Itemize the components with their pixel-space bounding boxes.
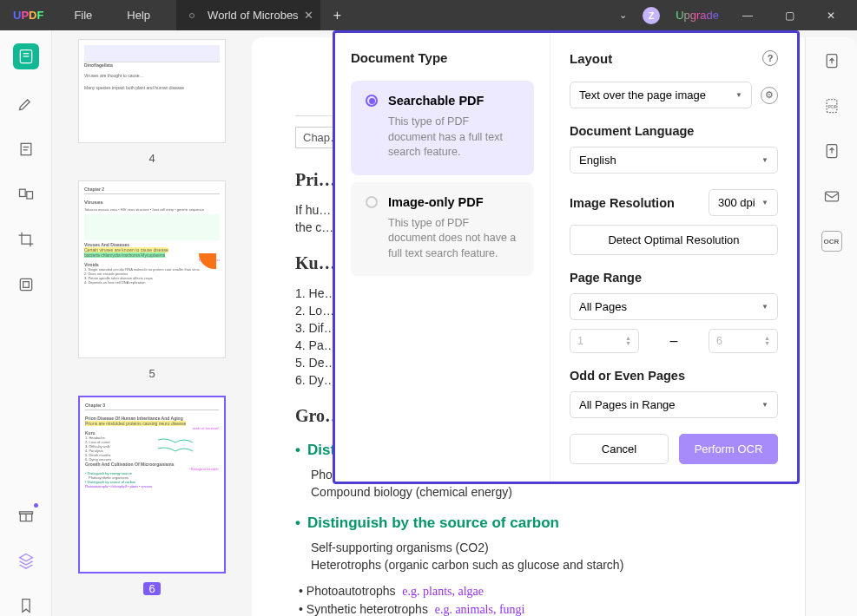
bullet-item: • Synthetic heterotrophs e.g. animals, f…: [295, 602, 761, 616]
gear-icon[interactable]: ⚙: [761, 87, 778, 104]
tab-title: World of Microbes: [208, 9, 299, 22]
document-type-heading: Document Type: [351, 50, 534, 65]
right-toolbar: PDF OCR: [805, 37, 857, 616]
left-toolbar: [0, 30, 52, 616]
ocr-button[interactable]: OCR: [821, 231, 842, 252]
chevron-down-icon: ▼: [761, 303, 768, 311]
menu-file[interactable]: File: [56, 9, 109, 22]
language-label: Document Language: [570, 124, 778, 138]
language-select[interactable]: English▼: [570, 147, 778, 174]
stepper-icon[interactable]: ▲▼: [625, 336, 631, 347]
svg-rect-17: [825, 192, 838, 201]
image-only-pdf-option[interactable]: Image-only PDF This type of PDF document…: [351, 182, 534, 277]
svg-rect-8: [20, 279, 31, 290]
page-from-input[interactable]: 1▲▼: [570, 329, 639, 353]
crop-icon[interactable]: [16, 229, 36, 250]
layout-select[interactable]: Text over the page image▼: [570, 82, 752, 108]
organize-icon[interactable]: [16, 184, 36, 205]
subsection-heading: •Distinguish by the source of carbon: [295, 514, 761, 532]
edit-text-icon[interactable]: [16, 139, 36, 160]
share-icon[interactable]: [821, 141, 842, 161]
thumbnail-label-5: 5: [78, 367, 226, 380]
page-thumbnail-6[interactable]: Chapter 3 Prion Disease Of Human Inherit…: [78, 396, 226, 573]
paragraph: Compound biology (chemical energy): [295, 485, 761, 499]
svg-rect-12: [19, 512, 32, 514]
option-description: This type of PDF document has a full tex…: [366, 115, 519, 161]
odd-even-select[interactable]: All Pages in Range▼: [570, 391, 778, 418]
app-logo: UPDF: [0, 9, 56, 22]
ocr-dialog: Document Type Searchable PDF This type o…: [333, 30, 800, 484]
resolution-select[interactable]: 300 dpi▼: [709, 189, 778, 216]
stepper-icon[interactable]: ▲▼: [764, 336, 770, 347]
svg-rect-3: [21, 143, 31, 154]
export-icon[interactable]: [821, 50, 842, 71]
minimize-button[interactable]: —: [735, 10, 761, 22]
radio-selected-icon: [366, 95, 378, 107]
gift-icon[interactable]: [16, 505, 36, 526]
chevron-down-icon: ▼: [735, 91, 742, 99]
document-tab[interactable]: World of Microbes ✕: [176, 0, 320, 30]
menu-help[interactable]: Help: [109, 9, 168, 22]
titlebar: UPDF File Help World of Microbes ✕ + ⌄ Z…: [0, 0, 857, 30]
svg-text:PDF: PDF: [827, 104, 836, 109]
svg-rect-7: [26, 192, 32, 199]
searchable-pdf-option[interactable]: Searchable PDF This type of PDF document…: [351, 81, 534, 175]
layers-icon[interactable]: [16, 550, 36, 571]
thumbnails-panel: Dinoflagellata Viruses are thought to ca…: [52, 30, 252, 616]
radio-unselected-icon: [366, 196, 378, 208]
add-tab-button[interactable]: +: [320, 8, 354, 23]
page-range-label: Page Range: [570, 271, 778, 285]
page-to-input[interactable]: 6▲▼: [709, 329, 778, 353]
page-range-select[interactable]: All Pages▼: [570, 293, 778, 320]
annotate-icon[interactable]: [16, 94, 36, 115]
perform-ocr-button[interactable]: Perform OCR: [679, 434, 778, 464]
reader-mode-icon[interactable]: [13, 43, 39, 69]
cancel-button[interactable]: Cancel: [570, 434, 669, 464]
paragraph: Self-supporting organisms (CO2): [295, 541, 761, 554]
maximize-button[interactable]: ▢: [776, 10, 802, 22]
chevron-down-icon: ▼: [761, 156, 768, 164]
detect-resolution-button[interactable]: Detect Optimal Resolution: [570, 225, 778, 255]
page-thumbnail-4[interactable]: Dinoflagellata Viruses are thought to ca…: [78, 39, 226, 143]
thumbnail-label-4: 4: [78, 152, 226, 165]
tools-icon[interactable]: [16, 274, 36, 295]
user-avatar[interactable]: Z: [643, 7, 660, 24]
mail-icon[interactable]: [821, 186, 842, 206]
chevron-down-icon: ▼: [761, 401, 768, 409]
close-tab-icon[interactable]: ✕: [304, 9, 313, 22]
svg-rect-6: [19, 189, 25, 196]
pdf-convert-icon[interactable]: PDF: [821, 95, 842, 116]
chevron-down-icon: ▼: [761, 199, 768, 206]
layout-heading: Layout?: [570, 50, 778, 66]
svg-rect-9: [23, 282, 29, 288]
paragraph: Heterotrophs (organic carbon such as glu…: [295, 558, 761, 572]
option-description: This type of PDF document does not have …: [366, 216, 519, 262]
tabs-dropdown-icon[interactable]: ⌄: [619, 10, 627, 21]
resolution-label: Image Resolution: [570, 196, 675, 210]
help-icon[interactable]: ?: [762, 50, 778, 66]
thumbnail-label-6: 6: [143, 582, 161, 595]
bullet-item: • Photoautotrophs e.g. plants, algae: [295, 584, 761, 599]
page-thumbnail-5[interactable]: Chapter 2 Viruses Tobacco mosaic virus •…: [78, 180, 226, 358]
odd-even-label: Odd or Even Pages: [570, 369, 778, 383]
close-window-button[interactable]: ✕: [818, 10, 844, 22]
tab-unsaved-icon: [189, 13, 194, 18]
upgrade-link[interactable]: Upgrade: [676, 9, 719, 22]
bookmark-icon[interactable]: [16, 595, 36, 616]
